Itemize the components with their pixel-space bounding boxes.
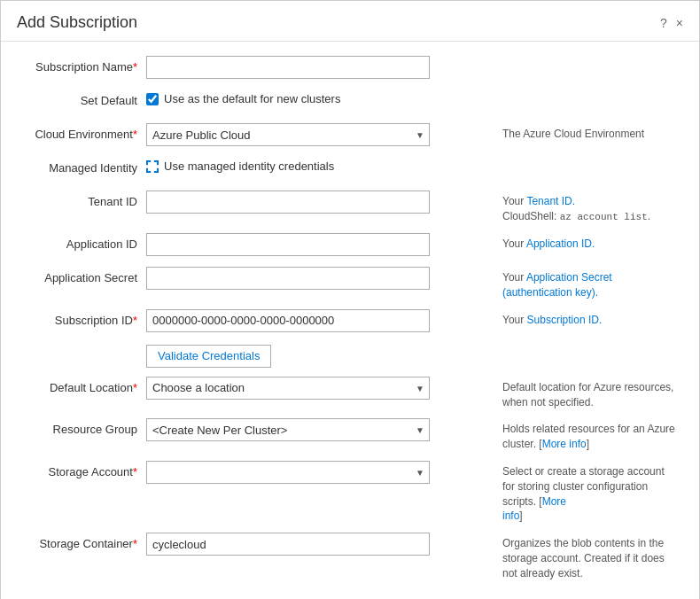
dialog-header: Add Subscription ? × bbox=[1, 1, 699, 42]
storage-container-input[interactable] bbox=[146, 533, 430, 556]
subscription-id-control bbox=[146, 309, 492, 332]
set-default-label: Set Default bbox=[22, 89, 146, 107]
storage-container-control bbox=[146, 533, 492, 556]
managed-identity-checkbox-label: Use managed identity credentials bbox=[164, 159, 334, 173]
set-default-checkbox[interactable] bbox=[146, 93, 159, 105]
tenant-id-row: Tenant ID Your Tenant ID. CloudShell: az… bbox=[22, 191, 678, 224]
storage-account-control: ▼ bbox=[146, 461, 492, 484]
default-location-hint: Default location for Azure resources, wh… bbox=[492, 377, 678, 410]
storage-account-hint: Select or create a storage account for s… bbox=[492, 461, 678, 524]
subscription-name-hint bbox=[492, 56, 678, 59]
resource-group-hint: Holds related resources for an Azure clu… bbox=[492, 418, 678, 452]
subscription-name-input[interactable] bbox=[146, 56, 430, 79]
application-id-label: Application ID bbox=[22, 233, 146, 251]
add-subscription-dialog: Add Subscription ? × Subscription Name* … bbox=[0, 0, 700, 599]
subscription-id-input[interactable] bbox=[146, 309, 430, 332]
subscription-id-label: Subscription ID* bbox=[22, 309, 146, 327]
set-default-row: Set Default Use as the default for new c… bbox=[22, 89, 678, 114]
default-location-label: Default Location* bbox=[22, 377, 146, 394]
storage-account-info-link[interactable]: info bbox=[502, 510, 519, 522]
application-secret-hint: Your Application Secret (authentication … bbox=[492, 267, 678, 300]
close-icon[interactable]: × bbox=[676, 16, 683, 30]
tenant-id-label: Tenant ID bbox=[22, 191, 146, 208]
cloud-environment-control: Azure Public Cloud Azure China Cloud Azu… bbox=[146, 123, 492, 146]
validate-credentials-button[interactable]: Validate Credentials bbox=[146, 345, 271, 368]
header-icons: ? × bbox=[660, 16, 683, 30]
default-location-select-wrapper: Choose a location ▼ bbox=[146, 377, 430, 400]
validate-control: Validate Credentials bbox=[146, 343, 492, 368]
resource-group-row: Resource Group <Create New Per Cluster> … bbox=[22, 418, 678, 452]
application-id-hint: Your Application ID. bbox=[492, 233, 678, 252]
application-id-link[interactable]: Application ID. bbox=[526, 237, 595, 250]
cloud-environment-select-wrapper: Azure Public Cloud Azure China Cloud Azu… bbox=[146, 123, 430, 146]
cloud-environment-select[interactable]: Azure Public Cloud Azure China Cloud Azu… bbox=[146, 123, 430, 146]
application-secret-row: Application Secret Your Application Secr… bbox=[22, 267, 678, 300]
set-default-control: Use as the default for new clusters bbox=[146, 89, 492, 105]
tenant-id-input[interactable] bbox=[146, 191, 430, 214]
default-location-control: Choose a location ▼ bbox=[146, 377, 492, 400]
set-default-checkbox-label: Use as the default for new clusters bbox=[164, 92, 340, 105]
resource-group-more-info-link[interactable]: More info bbox=[542, 438, 587, 450]
storage-account-row: Storage Account* ▼ Select or create a st… bbox=[22, 461, 678, 524]
cloud-environment-hint: The Azure Cloud Environment bbox=[492, 123, 678, 142]
subscription-name-label: Subscription Name* bbox=[22, 56, 146, 74]
tenant-id-code: az account list bbox=[560, 212, 648, 222]
subscription-id-hint: Your Subscription ID. bbox=[492, 309, 678, 328]
application-secret-control bbox=[146, 267, 492, 290]
resource-group-select[interactable]: <Create New Per Cluster> bbox=[146, 418, 430, 441]
validate-row: Validate Credentials bbox=[22, 343, 678, 368]
dialog-title: Add Subscription bbox=[17, 13, 137, 32]
subscription-id-row: Subscription ID* Your Subscription ID. bbox=[22, 309, 678, 334]
default-location-select[interactable]: Choose a location bbox=[146, 377, 430, 400]
help-icon[interactable]: ? bbox=[660, 16, 667, 30]
subscription-id-link[interactable]: Subscription ID. bbox=[527, 314, 603, 326]
storage-container-row: Storage Container* Organizes the blob co… bbox=[22, 533, 678, 580]
dialog-body: Subscription Name* Set Default Use as th… bbox=[1, 42, 699, 599]
tenant-id-link[interactable]: Tenant ID. bbox=[526, 195, 575, 207]
application-id-input[interactable] bbox=[146, 233, 430, 256]
application-id-row: Application ID Your Application ID. bbox=[22, 233, 678, 258]
subscription-name-row: Subscription Name* bbox=[22, 56, 678, 81]
tenant-id-control bbox=[146, 191, 492, 214]
tenant-id-hint: Your Tenant ID. CloudShell: az account l… bbox=[492, 191, 678, 224]
managed-identity-control: Use managed identity credentials bbox=[146, 157, 492, 173]
cloud-environment-label: Cloud Environment* bbox=[22, 123, 146, 141]
storage-container-label: Storage Container* bbox=[22, 533, 146, 550]
managed-identity-label: Managed Identity bbox=[22, 157, 146, 175]
application-secret-input[interactable] bbox=[146, 267, 430, 290]
subscription-name-control bbox=[146, 56, 492, 79]
application-secret-label: Application Secret bbox=[22, 267, 146, 284]
application-id-control bbox=[146, 233, 492, 256]
storage-account-select-wrapper: ▼ bbox=[146, 461, 430, 484]
default-location-row: Default Location* Choose a location ▼ De… bbox=[22, 377, 678, 410]
storage-account-more-link[interactable]: More bbox=[542, 495, 566, 508]
application-secret-link[interactable]: Application Secret (authentication key). bbox=[502, 271, 612, 299]
set-default-checkbox-row: Use as the default for new clusters bbox=[146, 89, 340, 105]
storage-account-label: Storage Account* bbox=[22, 461, 146, 478]
managed-identity-row: Managed Identity Use managed identity cr… bbox=[22, 157, 678, 182]
resource-group-control: <Create New Per Cluster> ▼ bbox=[146, 418, 492, 441]
storage-account-select[interactable] bbox=[146, 461, 430, 484]
resource-group-select-wrapper: <Create New Per Cluster> ▼ bbox=[146, 418, 430, 441]
managed-identity-checkbox[interactable] bbox=[146, 160, 159, 173]
managed-identity-area: Use managed identity credentials bbox=[146, 157, 334, 173]
resource-group-label: Resource Group bbox=[22, 418, 146, 436]
cloud-environment-row: Cloud Environment* Azure Public Cloud Az… bbox=[22, 123, 678, 148]
storage-container-hint: Organizes the blob contents in the stora… bbox=[492, 533, 678, 580]
